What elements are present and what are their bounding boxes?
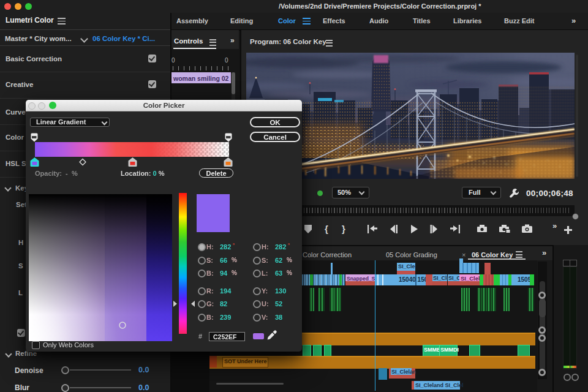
svg-text:{: { bbox=[325, 224, 328, 234]
svg-text:}: } bbox=[342, 224, 345, 234]
svg-text:»: » bbox=[552, 222, 557, 230]
